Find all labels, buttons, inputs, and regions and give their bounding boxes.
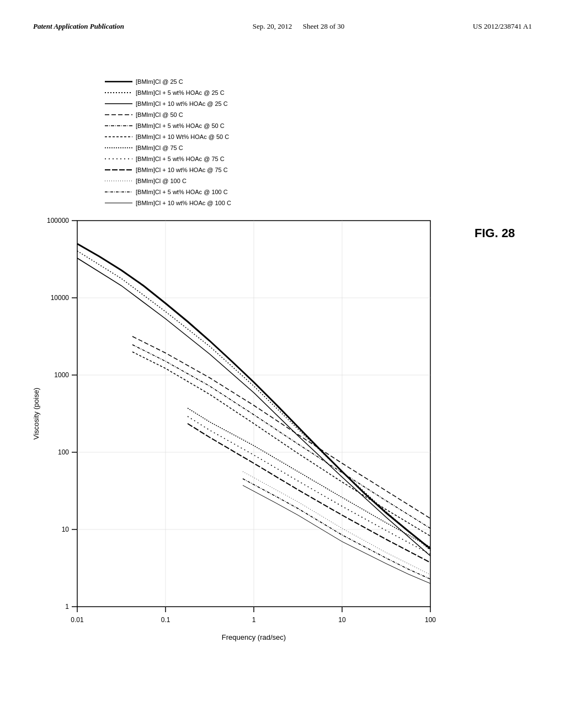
svg-text:0.01: 0.01: [71, 616, 84, 624]
svg-text:[BMIm]Cl + 5 wt% HOAc @ 25 C: [BMIm]Cl + 5 wt% HOAc @ 25 C: [136, 89, 225, 96]
svg-text:[BMIm]Cl @ 50 C: [BMIm]Cl @ 50 C: [136, 111, 183, 118]
svg-text:1: 1: [252, 616, 256, 624]
svg-text:[BMIm]Cl + 5 wt% HOAc @ 50 C: [BMIm]Cl + 5 wt% HOAc @ 50 C: [136, 122, 225, 129]
date: Sep. 20, 2012: [253, 22, 292, 30]
patent-number: US 2012/238741 A1: [473, 22, 532, 31]
sheet-info: Sheet 28 of 30: [303, 22, 344, 30]
fig-label: FIG. 28: [475, 226, 515, 240]
svg-text:[BMIm]Cl + 10 wt% HOAc @ 75 C: [BMIm]Cl + 10 wt% HOAc @ 75 C: [136, 167, 228, 173]
svg-text:[BMIm]Cl + 10 wt% HOAc @ 100 C: [BMIm]Cl + 10 wt% HOAc @ 100 C: [136, 200, 231, 206]
legend: [BMIm]Cl @ 25 C [BMIm]Cl + 5 wt% HOAc @ …: [105, 78, 231, 206]
page: Patent Application Publication Sep. 20, …: [0, 0, 565, 728]
svg-text:10: 10: [62, 526, 70, 533]
svg-text:[BMIm]Cl @ 100 C: [BMIm]Cl @ 100 C: [136, 178, 186, 184]
header: Patent Application Publication Sep. 20, …: [33, 22, 532, 31]
y-axis-label: Viscosity (poise): [32, 388, 40, 440]
svg-text:1000: 1000: [54, 371, 69, 379]
svg-text:100: 100: [58, 448, 69, 456]
svg-text:1: 1: [65, 603, 69, 611]
publication-label: Patent Application Publication: [33, 22, 124, 31]
svg-text:0.1: 0.1: [161, 616, 170, 624]
svg-text:[BMIm]Cl @ 75 C: [BMIm]Cl @ 75 C: [136, 144, 183, 151]
svg-text:10000: 10000: [51, 294, 70, 302]
svg-text:10: 10: [338, 616, 346, 624]
svg-text:[BMIm]Cl + 10 Wt% HOAc @ 50 C: [BMIm]Cl + 10 Wt% HOAc @ 50 C: [136, 133, 229, 140]
svg-text:[BMIm]Cl + 10 wt% HOAc @ 25 C: [BMIm]Cl + 10 wt% HOAc @ 25 C: [136, 100, 228, 107]
svg-text:[BMIm]Cl + 5 wt% HOAc @ 75 C: [BMIm]Cl + 5 wt% HOAc @ 75 C: [136, 156, 225, 162]
chart-plot: 0.01 0.1 1 10 100 1 10 100: [47, 217, 436, 641]
svg-text:[BMIm]Cl @ 25 C: [BMIm]Cl @ 25 C: [136, 78, 183, 85]
x-axis-label: Frequency (rad/sec): [222, 633, 286, 641]
date-sheet: Sep. 20, 2012 Sheet 28 of 30: [253, 22, 344, 31]
svg-text:[BMIm]Cl + 5 wt% HOAc @ 100 C: [BMIm]Cl + 5 wt% HOAc @ 100 C: [136, 189, 228, 195]
svg-text:100000: 100000: [47, 217, 69, 224]
svg-text:100: 100: [425, 616, 436, 624]
main-figure: [BMIm]Cl @ 25 C [BMIm]Cl + 5 wt% HOAc @ …: [22, 66, 541, 706]
